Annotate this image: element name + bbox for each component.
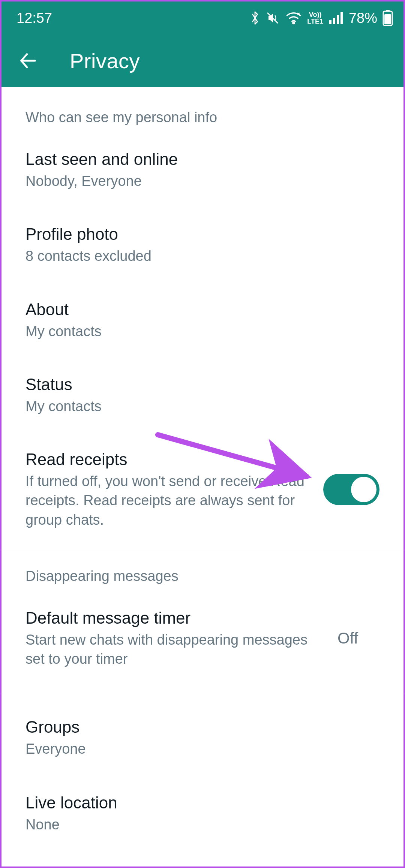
read-receipts-toggle[interactable]	[323, 474, 380, 505]
row-title: Status	[26, 374, 380, 395]
svg-rect-2	[329, 20, 332, 24]
battery-icon	[382, 10, 393, 26]
row-subtitle: Everyone	[26, 739, 380, 759]
row-last-seen[interactable]: Last seen and online Nobody, Everyone	[2, 135, 404, 204]
row-title: Groups	[26, 717, 380, 737]
cell-signal-icon	[328, 11, 344, 25]
svg-rect-5	[340, 12, 343, 24]
row-title: About	[26, 299, 380, 320]
back-button[interactable]	[16, 49, 39, 72]
row-subtitle: 8 contacts excluded	[26, 247, 380, 266]
bluetooth-icon	[250, 10, 260, 25]
section-header-personal-info: Who can see my personal info	[2, 87, 404, 135]
row-groups[interactable]: Groups Everyone	[2, 694, 404, 772]
row-subtitle: None	[26, 815, 380, 834]
status-bar: 12:57 Vo))LTE1 78%	[2, 1, 404, 34]
default-timer-value: Off	[338, 629, 358, 647]
settings-list[interactable]: Who can see my personal info Last seen a…	[2, 87, 404, 867]
app-bar: Privacy	[2, 34, 404, 87]
row-title: Profile photo	[26, 224, 380, 244]
volte-icon: Vo))LTE1	[307, 11, 323, 25]
row-subtitle: My contacts	[26, 322, 380, 341]
row-title: Default message timer	[26, 608, 326, 628]
row-live-location[interactable]: Live location None	[2, 772, 404, 848]
svg-point-1	[293, 22, 294, 24]
row-status[interactable]: Status My contacts	[2, 355, 404, 430]
row-subtitle: Nobody, Everyone	[26, 172, 380, 191]
page-title: Privacy	[70, 49, 140, 73]
status-time: 12:57	[16, 10, 52, 26]
row-read-receipts[interactable]: Read receipts If turned off, you won't s…	[2, 430, 404, 542]
battery-percent: 78%	[349, 10, 377, 26]
wifi-icon	[285, 10, 302, 25]
svg-rect-3	[333, 18, 335, 24]
row-title: Read receipts	[26, 449, 311, 470]
section-header-disappearing: Disappearing messages	[2, 550, 404, 594]
vibrate-mute-icon	[265, 10, 280, 25]
arrow-left-icon	[18, 51, 38, 70]
row-about[interactable]: About My contacts	[2, 280, 404, 355]
svg-rect-4	[337, 15, 339, 24]
row-default-message-timer[interactable]: Default message timer Start new chats wi…	[2, 594, 404, 682]
row-subtitle: Start new chats with disappearing messag…	[26, 630, 326, 669]
svg-rect-8	[384, 14, 391, 24]
row-subtitle: My contacts	[26, 397, 380, 416]
row-title: Last seen and online	[26, 149, 380, 169]
row-subtitle: If turned off, you won't send or receive…	[26, 472, 311, 530]
row-profile-photo[interactable]: Profile photo 8 contacts excluded	[2, 204, 404, 279]
row-title: Live location	[26, 792, 380, 813]
